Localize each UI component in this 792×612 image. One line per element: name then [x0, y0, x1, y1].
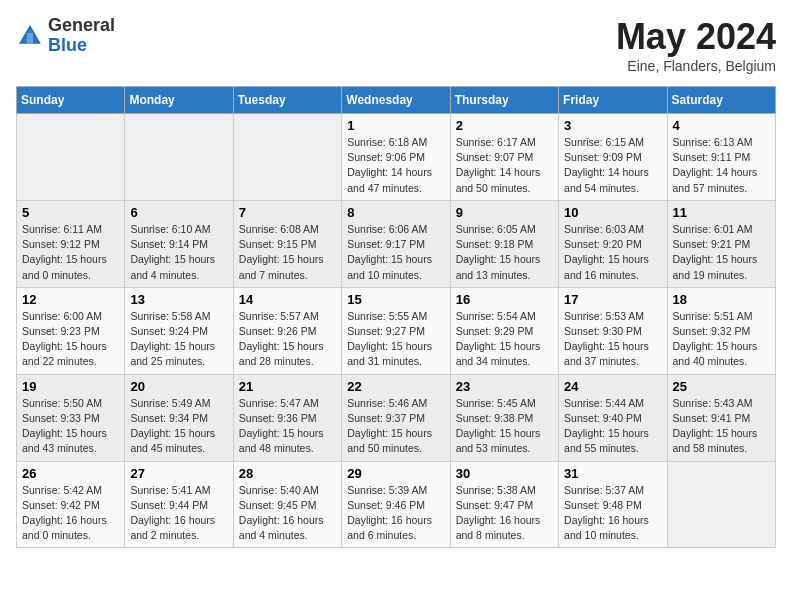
day-number: 24 [564, 379, 661, 394]
day-number: 29 [347, 466, 444, 481]
day-info: Sunrise: 6:06 AMSunset: 9:17 PMDaylight:… [347, 222, 444, 283]
calendar-cell: 9Sunrise: 6:05 AMSunset: 9:18 PMDaylight… [450, 200, 558, 287]
svg-rect-2 [27, 33, 33, 44]
calendar-cell: 4Sunrise: 6:13 AMSunset: 9:11 PMDaylight… [667, 114, 775, 201]
day-number: 10 [564, 205, 661, 220]
calendar-cell [17, 114, 125, 201]
calendar-cell: 20Sunrise: 5:49 AMSunset: 9:34 PMDayligh… [125, 374, 233, 461]
calendar-cell: 2Sunrise: 6:17 AMSunset: 9:07 PMDaylight… [450, 114, 558, 201]
day-number: 21 [239, 379, 336, 394]
calendar-cell: 29Sunrise: 5:39 AMSunset: 9:46 PMDayligh… [342, 461, 450, 548]
day-number: 14 [239, 292, 336, 307]
day-number: 22 [347, 379, 444, 394]
day-info: Sunrise: 5:42 AMSunset: 9:42 PMDaylight:… [22, 483, 119, 544]
calendar-week-row: 19Sunrise: 5:50 AMSunset: 9:33 PMDayligh… [17, 374, 776, 461]
day-number: 9 [456, 205, 553, 220]
day-number: 13 [130, 292, 227, 307]
day-number: 28 [239, 466, 336, 481]
title-block: May 2024 Eine, Flanders, Belgium [616, 16, 776, 74]
calendar-cell: 21Sunrise: 5:47 AMSunset: 9:36 PMDayligh… [233, 374, 341, 461]
calendar-week-row: 26Sunrise: 5:42 AMSunset: 9:42 PMDayligh… [17, 461, 776, 548]
day-number: 2 [456, 118, 553, 133]
calendar-cell: 18Sunrise: 5:51 AMSunset: 9:32 PMDayligh… [667, 287, 775, 374]
calendar-cell: 19Sunrise: 5:50 AMSunset: 9:33 PMDayligh… [17, 374, 125, 461]
day-info: Sunrise: 5:37 AMSunset: 9:48 PMDaylight:… [564, 483, 661, 544]
day-info: Sunrise: 5:58 AMSunset: 9:24 PMDaylight:… [130, 309, 227, 370]
calendar-cell [667, 461, 775, 548]
day-number: 25 [673, 379, 770, 394]
calendar-cell: 5Sunrise: 6:11 AMSunset: 9:12 PMDaylight… [17, 200, 125, 287]
calendar-cell: 3Sunrise: 6:15 AMSunset: 9:09 PMDaylight… [559, 114, 667, 201]
day-info: Sunrise: 5:54 AMSunset: 9:29 PMDaylight:… [456, 309, 553, 370]
weekday-header-row: SundayMondayTuesdayWednesdayThursdayFrid… [17, 87, 776, 114]
day-number: 26 [22, 466, 119, 481]
calendar-cell: 26Sunrise: 5:42 AMSunset: 9:42 PMDayligh… [17, 461, 125, 548]
calendar-cell: 8Sunrise: 6:06 AMSunset: 9:17 PMDaylight… [342, 200, 450, 287]
calendar-cell: 15Sunrise: 5:55 AMSunset: 9:27 PMDayligh… [342, 287, 450, 374]
day-info: Sunrise: 5:40 AMSunset: 9:45 PMDaylight:… [239, 483, 336, 544]
day-info: Sunrise: 5:41 AMSunset: 9:44 PMDaylight:… [130, 483, 227, 544]
day-info: Sunrise: 5:39 AMSunset: 9:46 PMDaylight:… [347, 483, 444, 544]
calendar-week-row: 5Sunrise: 6:11 AMSunset: 9:12 PMDaylight… [17, 200, 776, 287]
day-number: 12 [22, 292, 119, 307]
day-number: 30 [456, 466, 553, 481]
calendar-cell: 17Sunrise: 5:53 AMSunset: 9:30 PMDayligh… [559, 287, 667, 374]
calendar-cell: 23Sunrise: 5:45 AMSunset: 9:38 PMDayligh… [450, 374, 558, 461]
day-number: 6 [130, 205, 227, 220]
day-info: Sunrise: 5:53 AMSunset: 9:30 PMDaylight:… [564, 309, 661, 370]
day-info: Sunrise: 6:00 AMSunset: 9:23 PMDaylight:… [22, 309, 119, 370]
weekday-header-tuesday: Tuesday [233, 87, 341, 114]
weekday-header-wednesday: Wednesday [342, 87, 450, 114]
page-header: General Blue May 2024 Eine, Flanders, Be… [16, 16, 776, 74]
day-info: Sunrise: 5:38 AMSunset: 9:47 PMDaylight:… [456, 483, 553, 544]
calendar-week-row: 12Sunrise: 6:00 AMSunset: 9:23 PMDayligh… [17, 287, 776, 374]
calendar-cell: 28Sunrise: 5:40 AMSunset: 9:45 PMDayligh… [233, 461, 341, 548]
calendar-body: 1Sunrise: 6:18 AMSunset: 9:06 PMDaylight… [17, 114, 776, 548]
calendar-cell: 7Sunrise: 6:08 AMSunset: 9:15 PMDaylight… [233, 200, 341, 287]
calendar-week-row: 1Sunrise: 6:18 AMSunset: 9:06 PMDaylight… [17, 114, 776, 201]
calendar-cell: 10Sunrise: 6:03 AMSunset: 9:20 PMDayligh… [559, 200, 667, 287]
day-info: Sunrise: 5:57 AMSunset: 9:26 PMDaylight:… [239, 309, 336, 370]
calendar-cell: 11Sunrise: 6:01 AMSunset: 9:21 PMDayligh… [667, 200, 775, 287]
calendar-cell: 25Sunrise: 5:43 AMSunset: 9:41 PMDayligh… [667, 374, 775, 461]
calendar-header: SundayMondayTuesdayWednesdayThursdayFrid… [17, 87, 776, 114]
main-title: May 2024 [616, 16, 776, 58]
day-info: Sunrise: 6:11 AMSunset: 9:12 PMDaylight:… [22, 222, 119, 283]
calendar-cell: 24Sunrise: 5:44 AMSunset: 9:40 PMDayligh… [559, 374, 667, 461]
day-info: Sunrise: 6:03 AMSunset: 9:20 PMDaylight:… [564, 222, 661, 283]
day-info: Sunrise: 6:18 AMSunset: 9:06 PMDaylight:… [347, 135, 444, 196]
day-info: Sunrise: 5:44 AMSunset: 9:40 PMDaylight:… [564, 396, 661, 457]
calendar-cell: 30Sunrise: 5:38 AMSunset: 9:47 PMDayligh… [450, 461, 558, 548]
day-info: Sunrise: 5:55 AMSunset: 9:27 PMDaylight:… [347, 309, 444, 370]
weekday-header-monday: Monday [125, 87, 233, 114]
day-number: 16 [456, 292, 553, 307]
day-number: 19 [22, 379, 119, 394]
day-info: Sunrise: 5:51 AMSunset: 9:32 PMDaylight:… [673, 309, 770, 370]
weekday-header-saturday: Saturday [667, 87, 775, 114]
day-info: Sunrise: 5:50 AMSunset: 9:33 PMDaylight:… [22, 396, 119, 457]
logo-blue-text: Blue [48, 36, 115, 56]
calendar-cell: 13Sunrise: 5:58 AMSunset: 9:24 PMDayligh… [125, 287, 233, 374]
day-number: 27 [130, 466, 227, 481]
day-number: 31 [564, 466, 661, 481]
calendar-table: SundayMondayTuesdayWednesdayThursdayFrid… [16, 86, 776, 548]
day-info: Sunrise: 6:15 AMSunset: 9:09 PMDaylight:… [564, 135, 661, 196]
day-number: 3 [564, 118, 661, 133]
calendar-cell: 14Sunrise: 5:57 AMSunset: 9:26 PMDayligh… [233, 287, 341, 374]
day-number: 1 [347, 118, 444, 133]
day-number: 5 [22, 205, 119, 220]
day-info: Sunrise: 6:01 AMSunset: 9:21 PMDaylight:… [673, 222, 770, 283]
calendar-cell [125, 114, 233, 201]
day-info: Sunrise: 6:05 AMSunset: 9:18 PMDaylight:… [456, 222, 553, 283]
calendar-cell: 27Sunrise: 5:41 AMSunset: 9:44 PMDayligh… [125, 461, 233, 548]
weekday-header-friday: Friday [559, 87, 667, 114]
day-number: 20 [130, 379, 227, 394]
day-info: Sunrise: 6:13 AMSunset: 9:11 PMDaylight:… [673, 135, 770, 196]
calendar-cell: 22Sunrise: 5:46 AMSunset: 9:37 PMDayligh… [342, 374, 450, 461]
day-info: Sunrise: 5:46 AMSunset: 9:37 PMDaylight:… [347, 396, 444, 457]
day-number: 17 [564, 292, 661, 307]
calendar-cell: 6Sunrise: 6:10 AMSunset: 9:14 PMDaylight… [125, 200, 233, 287]
day-info: Sunrise: 5:45 AMSunset: 9:38 PMDaylight:… [456, 396, 553, 457]
day-number: 4 [673, 118, 770, 133]
day-number: 7 [239, 205, 336, 220]
